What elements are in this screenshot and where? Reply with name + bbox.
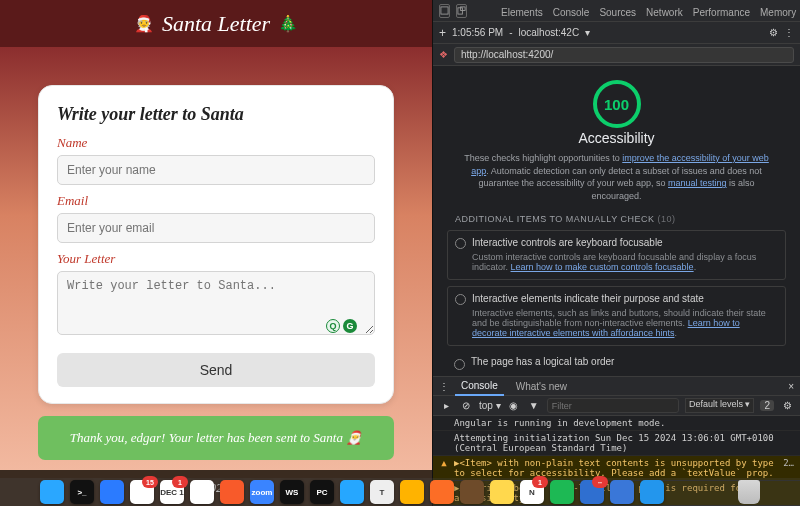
issues-count-badge[interactable]: 2 bbox=[760, 400, 774, 411]
dock-app-safari[interactable] bbox=[340, 480, 364, 504]
audit-learn-link[interactable]: Learn how to make custom controls focusa… bbox=[511, 262, 694, 272]
dock-app-brave[interactable] bbox=[220, 480, 244, 504]
send-button[interactable]: Send bbox=[57, 353, 375, 387]
console-scope-select[interactable]: top ▾ bbox=[479, 400, 501, 411]
dock-app-slack[interactable] bbox=[130, 480, 154, 504]
dock-app-typora[interactable]: T bbox=[370, 480, 394, 504]
svg-rect-1 bbox=[458, 8, 463, 14]
audit-item[interactable]: Interactive elements indicate their purp… bbox=[447, 286, 786, 346]
dock-app-calendar[interactable]: DEC 1 bbox=[160, 480, 184, 504]
email-input[interactable] bbox=[57, 213, 375, 243]
console-message: Attempting initialization Sun Dec 15 202… bbox=[454, 433, 794, 453]
console-settings-icon[interactable]: ⚙ bbox=[780, 399, 794, 413]
name-label: Name bbox=[57, 135, 375, 151]
toolbar-time: 1:05:56 PM bbox=[452, 27, 503, 38]
warning-icon bbox=[439, 433, 449, 453]
lighthouse-description: These checks highlight opportunities to … bbox=[457, 152, 777, 202]
gear-icon[interactable]: ⚙ bbox=[769, 27, 778, 38]
name-input[interactable] bbox=[57, 155, 375, 185]
svg-rect-0 bbox=[441, 7, 448, 14]
drawer-tab-whatsnew[interactable]: What's new bbox=[510, 378, 573, 395]
devtools-panel: ElementsConsoleSourcesNetworkPerformance… bbox=[432, 0, 800, 506]
app-header: 🧑‍🎄 Santa Letter 🎄 bbox=[0, 0, 432, 47]
dock-app-webstorm[interactable]: WS bbox=[280, 480, 304, 504]
audit-description: Interactive elements, such as links and … bbox=[472, 308, 777, 338]
lighthouse-report: 100 Accessibility These checks highlight… bbox=[433, 66, 800, 376]
console-toolbar: ▸ ⊘ top ▾ ◉ ▼ Default levels ▾ 2 ⚙ bbox=[433, 396, 800, 416]
device-toolbar-icon[interactable] bbox=[456, 4, 467, 18]
kebab-menu-icon[interactable]: ⋮ bbox=[784, 27, 794, 38]
devtools-tab-performance[interactable]: Performance bbox=[693, 3, 750, 21]
manual-testing-link[interactable]: manual testing bbox=[668, 178, 727, 188]
macos-dock: >_DEC 1zoomWSPCTN bbox=[0, 478, 800, 506]
grammar-badges: Q G bbox=[326, 319, 357, 333]
manual-checks-heading: ADDITIONAL ITEMS TO MANUALLY CHECK (10) bbox=[455, 214, 786, 224]
app-main: Write your letter to Santa Name Email Yo… bbox=[0, 47, 432, 470]
devtools-tabbar: ElementsConsoleSourcesNetworkPerformance… bbox=[433, 0, 800, 22]
drawer-kebab-icon[interactable]: ⋮ bbox=[439, 381, 449, 392]
devtools-tab-console[interactable]: Console bbox=[553, 3, 590, 21]
santa-letter-app: 🧑‍🎄 Santa Letter 🎄 Write your letter to … bbox=[0, 0, 432, 506]
email-label: Email bbox=[57, 193, 375, 209]
dock-app-fork[interactable] bbox=[400, 480, 424, 504]
log-levels-select[interactable]: Default levels ▾ bbox=[685, 398, 755, 413]
dock-app-vscode[interactable] bbox=[100, 480, 124, 504]
clear-console-icon[interactable]: ⊘ bbox=[459, 399, 473, 413]
dock-app-box1[interactable] bbox=[460, 480, 484, 504]
dock-app-finder[interactable] bbox=[40, 480, 64, 504]
toolbar-context[interactable]: localhost:42C bbox=[519, 27, 580, 38]
dock-app-gitlab[interactable] bbox=[430, 480, 454, 504]
drawer-close-icon[interactable]: × bbox=[788, 381, 794, 392]
dock-app-notion[interactable]: N bbox=[520, 480, 544, 504]
card-title: Write your letter to Santa bbox=[57, 104, 375, 125]
console-message: Angular is running in development mode. bbox=[454, 418, 794, 428]
dock-app-pycharm[interactable]: PC bbox=[310, 480, 334, 504]
console-filter-input[interactable] bbox=[547, 398, 679, 413]
dock-trash-icon[interactable] bbox=[738, 480, 760, 504]
dock-app-chrome[interactable] bbox=[190, 480, 214, 504]
grammarly-icon[interactable]: G bbox=[343, 319, 357, 333]
audit-title: The page has a logical tab order bbox=[471, 356, 778, 367]
audit-learn-link[interactable]: Learn how to decorate interactive elemen… bbox=[472, 318, 740, 338]
dock-app-zoom[interactable]: zoom bbox=[250, 480, 274, 504]
grammar-badge-icon[interactable]: Q bbox=[326, 319, 340, 333]
filter-icon: ▼ bbox=[527, 399, 541, 413]
dock-app-notes[interactable] bbox=[490, 480, 514, 504]
warning-icon: ▲ bbox=[439, 458, 449, 478]
devtools-tab-elements[interactable]: Elements bbox=[501, 3, 543, 21]
url-input[interactable] bbox=[454, 47, 794, 63]
live-expression-icon[interactable]: ◉ bbox=[507, 399, 521, 413]
devtools-tab-sources[interactable]: Sources bbox=[599, 3, 636, 21]
app-title: Santa Letter bbox=[162, 11, 270, 37]
dock-app-terminal[interactable]: >_ bbox=[70, 480, 94, 504]
lighthouse-toolbar: + 1:05:56 PM - localhost:42C ▾ ⚙ ⋮ bbox=[433, 22, 800, 44]
success-toast: Thank you, edgar! Your letter has been s… bbox=[38, 416, 394, 460]
console-log-row[interactable]: Attempting initialization Sun Dec 15 202… bbox=[433, 431, 800, 456]
chevron-down-icon[interactable]: ▾ bbox=[585, 27, 590, 38]
dock-app-docker[interactable] bbox=[640, 480, 664, 504]
email-field: Email bbox=[57, 193, 375, 243]
devtools-tab-memory[interactable]: Memory bbox=[760, 3, 796, 21]
audit-item[interactable]: The page has a logical tab order bbox=[447, 352, 786, 371]
audit-item[interactable]: Interactive controls are keyboard focusa… bbox=[447, 230, 786, 280]
audit-title: Interactive controls are keyboard focusa… bbox=[472, 237, 777, 248]
console-sidebar-icon[interactable]: ▸ bbox=[439, 399, 453, 413]
letter-card: Write your letter to Santa Name Email Yo… bbox=[38, 85, 394, 404]
letter-field: Your Letter Q G bbox=[57, 251, 375, 339]
audit-description: Custom interactive controls are keyboard… bbox=[472, 252, 777, 272]
console-source: 2… bbox=[783, 458, 794, 478]
devtools-tab-network[interactable]: Network bbox=[646, 3, 683, 21]
dock-app-calendar2[interactable] bbox=[610, 480, 634, 504]
add-button[interactable]: + bbox=[439, 26, 446, 40]
letter-label: Your Letter bbox=[57, 251, 375, 267]
audit-title: Interactive elements indicate their purp… bbox=[472, 293, 777, 304]
inspect-icon[interactable] bbox=[439, 4, 450, 18]
warning-icon bbox=[439, 418, 449, 428]
accessibility-score-ring: 100 bbox=[593, 80, 641, 128]
dock-app-spotify[interactable] bbox=[550, 480, 574, 504]
console-log-row[interactable]: Angular is running in development mode. bbox=[433, 416, 800, 431]
drawer-tab-console[interactable]: Console bbox=[455, 377, 504, 396]
accessibility-score-label: Accessibility bbox=[447, 130, 786, 146]
name-field: Name bbox=[57, 135, 375, 185]
dock-app-outlook[interactable] bbox=[580, 480, 604, 504]
